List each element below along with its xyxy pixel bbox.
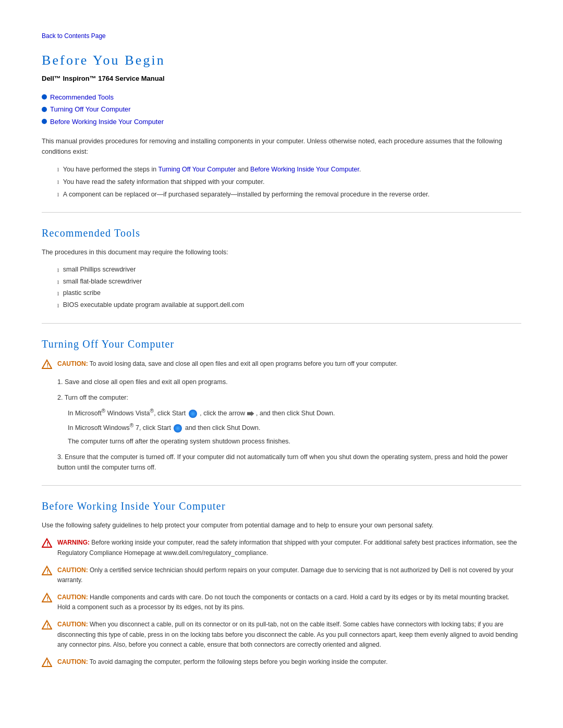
caution-text: CAUTION: To avoid losing data, save and … [57, 359, 398, 369]
warning-triangle-icon-1: ! [42, 538, 52, 548]
intro-bullet-list: You have performed the steps in Turning … [57, 164, 521, 200]
svg-text:!: ! [47, 596, 49, 602]
svg-text:!: ! [47, 623, 49, 629]
warning-1-text: WARNING: Before working inside your comp… [57, 538, 521, 558]
caution-triangle-icon-2: ! [42, 565, 52, 576]
divider-3 [42, 485, 521, 486]
caution-triangle-icon: ! [42, 359, 52, 369]
toc-dot-icon [42, 119, 47, 124]
caution-5-text: CAUTION: To avoid damaging the computer,… [57, 657, 387, 667]
tools-list: small Phillips screwdriver small flat-bl… [57, 264, 521, 311]
divider-2 [42, 323, 521, 324]
intro-paragraph: This manual provides procedures for remo… [42, 136, 521, 157]
toc-item-turning-off[interactable]: Turning Off Your Computer [42, 104, 521, 115]
svg-text:!: ! [47, 660, 49, 667]
warning-1: ! WARNING: Before working inside your co… [42, 538, 521, 558]
caution-triangle-icon-5: ! [42, 657, 52, 668]
turning-off-caution: ! CAUTION: To avoid losing data, save an… [42, 359, 521, 369]
step-2-sub: In Microsoft® Windows Vista®, click Star… [68, 407, 521, 447]
step-2-sub-shutdown: The computer turns off after the operati… [68, 436, 521, 447]
arrow-icon [247, 411, 254, 416]
before-working-intro: Use the following safety guidelines to h… [42, 520, 521, 530]
caution-3: ! CAUTION: Handle components and cards w… [42, 593, 521, 612]
intro-bullet-3: A component can be replaced or—if purcha… [57, 189, 521, 200]
before-working-heading: Before Working Inside Your Computer [42, 498, 521, 514]
toc-link-turning-off[interactable]: Turning Off Your Computer [50, 104, 131, 115]
back-to-contents-link[interactable]: Back to Contents Page [42, 31, 521, 41]
toc-link-recommended-tools[interactable]: Recommended Tools [50, 92, 114, 103]
inline-link-turning-off[interactable]: Turning Off Your Computer [158, 166, 236, 173]
svg-text:!: ! [47, 569, 49, 575]
toc-item-before-working[interactable]: Before Working Inside Your Computer [42, 117, 521, 127]
caution-3-text: CAUTION: Handle components and cards wit… [57, 593, 521, 612]
turning-off-heading: Turning Off Your Computer [42, 336, 521, 352]
step-1: 1. Save and close all open files and exi… [57, 377, 521, 387]
bullet-marker: You have performed the steps in Turning … [63, 164, 361, 175]
toc-item-recommended-tools[interactable]: Recommended Tools [42, 92, 521, 103]
intro-bullet-2: You have read the safety information tha… [57, 177, 521, 187]
step-2-num: 2. [57, 394, 63, 401]
bullet-text: A component can be replaced or—if purcha… [63, 189, 430, 200]
bullet-text: You have read the safety information tha… [63, 177, 265, 187]
caution-5: ! CAUTION: To avoid damaging the compute… [42, 657, 521, 668]
step-2: 2. Turn off the computer: In Microsoft® … [57, 392, 521, 447]
tool-item-2: small flat-blade screwdriver [57, 276, 521, 288]
step-3: 3. Ensure that the computer is turned of… [57, 452, 521, 473]
win7-start-icon [174, 424, 182, 433]
intro-bullet-1: You have performed the steps in Turning … [57, 164, 521, 175]
table-of-contents: Recommended Tools Turning Off Your Compu… [42, 92, 521, 127]
step-1-num: 1. [57, 378, 63, 386]
caution-triangle-icon-4: ! [42, 620, 52, 630]
turning-off-steps: 1. Save and close all open files and exi… [57, 377, 521, 473]
caution-triangle-icon-3: ! [42, 593, 52, 603]
toc-dot-icon [42, 107, 47, 112]
tool-item-4: BIOS executable update program available… [57, 299, 521, 311]
recommended-tools-heading: Recommended Tools [42, 225, 521, 241]
svg-text:!: ! [47, 362, 49, 368]
step-2-sub-vista: In Microsoft® Windows Vista®, click Star… [68, 407, 521, 418]
step-3-text: Ensure that the computer is turned off. … [57, 453, 508, 471]
step-3-num: 3. [57, 453, 63, 461]
tool-item-1: small Phillips screwdriver [57, 264, 521, 276]
vista-start-icon [189, 410, 197, 418]
caution-4-text: CAUTION: When you disconnect a cable, pu… [57, 620, 521, 650]
caution-2-text: CAUTION: Only a certified service techni… [57, 565, 521, 585]
step-2-text: Turn off the computer: [65, 394, 128, 401]
tool-item-3: plastic scribe [57, 287, 521, 299]
divider-1 [42, 212, 521, 213]
inline-link-before-working[interactable]: Before Working Inside Your Computer [250, 166, 359, 173]
page-title: Before You Begin [42, 50, 521, 70]
step-1-text: Save and close all open files and exit a… [65, 378, 228, 386]
step-2-sub-win7: In Microsoft Windows® 7, click Start and… [68, 422, 521, 433]
subtitle: Dell™ Inspiron™ 1764 Service Manual [42, 73, 521, 84]
svg-text:!: ! [47, 541, 49, 547]
toc-dot-icon [42, 94, 47, 100]
toc-link-before-working[interactable]: Before Working Inside Your Computer [50, 117, 164, 127]
caution-2: ! CAUTION: Only a certified service tech… [42, 565, 521, 585]
caution-4: ! CAUTION: When you disconnect a cable, … [42, 620, 521, 650]
recommended-tools-intro: The procedures in this document may requ… [42, 247, 521, 257]
